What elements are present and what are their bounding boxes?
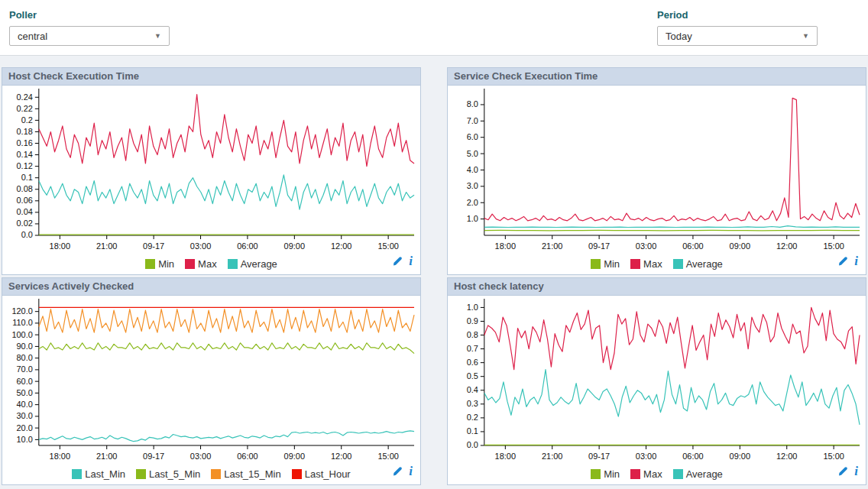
legend-swatch — [292, 469, 302, 479]
svg-text:100.0: 100.0 — [11, 330, 32, 339]
edit-pencil-icon[interactable] — [837, 466, 848, 477]
svg-text:09:00: 09:00 — [730, 241, 750, 251]
period-filter: Period Today ▼ — [657, 9, 818, 46]
service-check-execution-time-chart[interactable]: 1.02.03.04.05.06.07.08.018:0021:0009-170… — [448, 86, 866, 257]
svg-text:0.02: 0.02 — [17, 219, 33, 228]
chart-title: Host Check Execution Time — [2, 68, 420, 86]
svg-text:18:00: 18:00 — [495, 241, 516, 251]
svg-text:8.0: 8.0 — [467, 99, 478, 108]
svg-text:21:00: 21:00 — [96, 452, 117, 461]
period-select[interactable]: Today ▼ — [657, 26, 818, 46]
svg-text:06:00: 06:00 — [237, 241, 257, 251]
svg-text:03:00: 03:00 — [636, 452, 656, 461]
edit-pencil-icon[interactable] — [392, 466, 403, 477]
svg-text:1.0: 1.0 — [467, 303, 478, 312]
chart-legend: MinMaxAverage i — [448, 255, 866, 272]
panel-host-check-latency: Host check latency 0.00.10.20.30.40.50.6… — [447, 277, 866, 485]
legend-items: Last_MinLast_5_MinLast_15_MinLast_Hour — [66, 468, 355, 480]
svg-text:0.4: 0.4 — [467, 385, 478, 394]
svg-text:09:00: 09:00 — [284, 452, 305, 461]
legend-item-last_hour[interactable]: Last_Hour — [292, 468, 351, 480]
svg-text:0.0: 0.0 — [21, 230, 33, 239]
legend-label: Max — [643, 468, 662, 480]
legend-swatch — [630, 259, 640, 269]
panel-service-check-execution-time: Service Check Execution Time 1.02.03.04.… — [447, 67, 866, 275]
svg-text:7.0: 7.0 — [467, 116, 478, 125]
legend-item-average[interactable]: Average — [228, 258, 277, 270]
svg-text:90.0: 90.0 — [17, 342, 33, 351]
svg-text:06:00: 06:00 — [682, 452, 703, 461]
info-icon[interactable]: i — [409, 466, 413, 477]
legend-label: Max — [643, 258, 662, 270]
svg-text:10.0: 10.0 — [17, 435, 33, 444]
info-icon[interactable]: i — [854, 256, 858, 267]
svg-text:70.0: 70.0 — [17, 364, 33, 374]
svg-text:0.9: 0.9 — [467, 316, 478, 325]
legend-label: Min — [158, 258, 174, 270]
legend-label: Average — [241, 258, 277, 270]
filter-bar: Poller central ▼ Period Today ▼ — [0, 0, 868, 56]
services-actively-checked-chart[interactable]: 10.020.030.040.050.060.070.080.090.0100.… — [2, 296, 420, 467]
svg-text:0.6: 0.6 — [467, 358, 478, 367]
svg-text:09-17: 09-17 — [588, 452, 610, 461]
legend-swatch — [145, 259, 155, 269]
info-icon[interactable]: i — [854, 466, 858, 477]
host-check-latency-chart[interactable]: 0.00.10.20.30.40.50.60.70.80.91.018:0021… — [448, 296, 866, 467]
poller-select[interactable]: central ▼ — [9, 26, 170, 46]
svg-text:0.18: 0.18 — [17, 127, 33, 136]
svg-text:03:00: 03:00 — [190, 452, 211, 461]
legend-item-min[interactable]: Min — [145, 258, 174, 270]
svg-text:0.04: 0.04 — [17, 207, 33, 216]
svg-text:0.16: 0.16 — [17, 138, 33, 147]
svg-text:15:00: 15:00 — [823, 452, 844, 461]
svg-text:0.5: 0.5 — [467, 371, 478, 381]
chart-title: Host check latency — [448, 278, 866, 296]
svg-text:18:00: 18:00 — [50, 452, 70, 461]
period-label: Period — [657, 9, 818, 21]
legend-label: Min — [604, 258, 620, 270]
svg-text:0.12: 0.12 — [17, 161, 33, 170]
host-check-execution-time-chart[interactable]: 0.00.020.040.060.080.10.120.140.160.180.… — [2, 86, 420, 257]
svg-text:0.06: 0.06 — [17, 196, 33, 205]
legend-item-average[interactable]: Average — [673, 468, 723, 480]
legend-item-min[interactable]: Min — [591, 468, 620, 480]
legend-item-last_5_min[interactable]: Last_5_Min — [136, 468, 200, 480]
legend-swatch — [185, 259, 195, 269]
legend-label: Average — [686, 468, 723, 480]
svg-text:1.0: 1.0 — [467, 214, 478, 223]
svg-text:03:00: 03:00 — [636, 241, 656, 251]
legend-item-max[interactable]: Max — [630, 258, 662, 270]
legend-swatch — [136, 469, 146, 479]
legend-item-max[interactable]: Max — [630, 468, 662, 480]
legend-label: Last_Min — [85, 468, 125, 480]
svg-text:120.0: 120.0 — [11, 306, 32, 316]
legend-item-average[interactable]: Average — [673, 258, 723, 270]
svg-text:3.0: 3.0 — [467, 181, 478, 190]
panel-services-actively-checked: Services Actively Checked 10.020.030.040… — [2, 277, 421, 485]
legend-label: Average — [686, 258, 723, 270]
legend-items: MinMaxAverage — [140, 258, 283, 270]
legend-swatch — [673, 259, 683, 269]
panel-icons: i — [392, 466, 413, 477]
legend-item-last_15_min[interactable]: Last_15_Min — [211, 468, 280, 480]
svg-text:09-17: 09-17 — [143, 241, 164, 251]
legend-item-min[interactable]: Min — [591, 258, 620, 270]
legend-swatch — [591, 469, 601, 479]
legend-label: Last_15_Min — [224, 468, 280, 480]
edit-pencil-icon[interactable] — [392, 256, 403, 267]
svg-text:21:00: 21:00 — [542, 452, 562, 461]
svg-text:15:00: 15:00 — [377, 452, 398, 461]
svg-text:18:00: 18:00 — [50, 241, 70, 251]
info-icon[interactable]: i — [409, 256, 413, 267]
svg-text:0.7: 0.7 — [467, 344, 478, 353]
svg-text:15:00: 15:00 — [377, 241, 398, 251]
legend-swatch — [211, 469, 221, 479]
edit-pencil-icon[interactable] — [837, 256, 848, 267]
legend-item-max[interactable]: Max — [185, 258, 217, 270]
svg-text:6.0: 6.0 — [467, 132, 478, 141]
svg-text:12:00: 12:00 — [331, 241, 351, 251]
period-selected-value: Today — [666, 31, 692, 42]
legend-item-last_min[interactable]: Last_Min — [72, 468, 125, 480]
svg-text:09:00: 09:00 — [284, 241, 305, 251]
svg-text:0.3: 0.3 — [467, 399, 478, 408]
